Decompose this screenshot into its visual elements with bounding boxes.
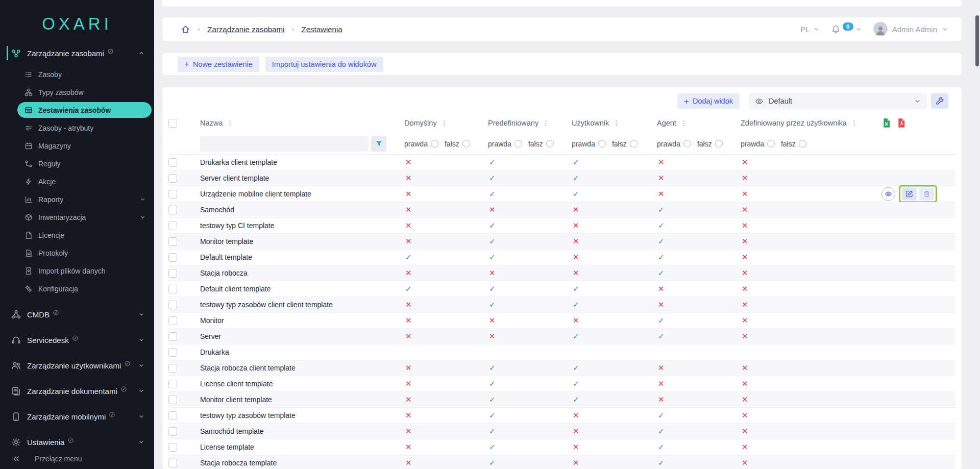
- kebab-icon[interactable]: [226, 119, 234, 127]
- row-checkbox[interactable]: [168, 174, 177, 183]
- row-checkbox[interactable]: [168, 396, 177, 404]
- filter-true-radio[interactable]: [598, 140, 606, 147]
- column-header[interactable]: Użytkownik: [572, 119, 609, 127]
- kebab-icon[interactable]: [542, 119, 550, 127]
- table-row[interactable]: Stacja robocza template✕✓✕✓✕: [168, 455, 955, 469]
- scrollbar[interactable]: [975, 0, 980, 469]
- row-checkbox[interactable]: [168, 443, 177, 452]
- column-header[interactable]: Agent: [657, 119, 676, 127]
- column-header[interactable]: Nazwa: [200, 119, 223, 127]
- row-checkbox[interactable]: [168, 364, 177, 373]
- table-row[interactable]: License template✕✓✕✓✕: [168, 439, 955, 455]
- row-checkbox[interactable]: [168, 380, 177, 388]
- sidebar-item-zasoby-atrybuty[interactable]: Zasoby - atrybuty: [0, 119, 154, 137]
- sidebar-item-reguly[interactable]: Reguły: [0, 155, 154, 172]
- sidebar-item-licencje[interactable]: Licencje: [0, 226, 154, 244]
- delete-row-button[interactable]: [919, 188, 934, 201]
- row-checkbox[interactable]: [168, 221, 177, 230]
- sidebar-item-zestawienia-zasobow[interactable]: Zestawienia zasobów: [17, 102, 152, 118]
- sidebar-item-protokoly[interactable]: Protokoły: [0, 244, 154, 262]
- table-row[interactable]: Stacja robocza✕✕✕✓✕: [168, 265, 955, 281]
- table-row[interactable]: Monitor client template✕✓✓✕✕: [168, 392, 955, 408]
- row-checkbox[interactable]: [168, 301, 177, 309]
- table-row[interactable]: Samochód template✕✓✕✓✕: [168, 424, 955, 439]
- row-checkbox[interactable]: [168, 427, 177, 436]
- language-selector[interactable]: PL: [800, 25, 819, 34]
- sidebar-item-import-plikow-danych[interactable]: Import plików danych: [0, 262, 154, 280]
- row-checkbox[interactable]: [168, 459, 177, 467]
- kebab-icon[interactable]: [440, 119, 448, 127]
- row-checkbox[interactable]: [168, 269, 177, 278]
- view-selector[interactable]: Default: [749, 93, 927, 109]
- row-checkbox[interactable]: [168, 348, 177, 357]
- user-menu[interactable]: Admin Admin: [873, 22, 948, 36]
- table-row[interactable]: testowy typ CI template✕✓✕✓✕: [168, 218, 955, 234]
- row-checkbox[interactable]: [168, 158, 177, 167]
- home-icon[interactable]: [181, 24, 190, 34]
- table-row[interactable]: Drukarka client template✕✓✓✕✕: [168, 155, 955, 170]
- column-header[interactable]: Zdefiniowany przez użytkownika: [741, 119, 847, 127]
- kebab-icon[interactable]: [680, 119, 688, 127]
- app-logo[interactable]: OXARI: [0, 0, 154, 42]
- sidebar-item-magazyny[interactable]: Magazyny: [0, 137, 154, 155]
- table-row[interactable]: testowy typ zasobów client client templa…: [168, 297, 955, 313]
- table-row[interactable]: Monitor template✕✓✕✓✕: [168, 234, 955, 250]
- filter-false-radio[interactable]: [799, 140, 806, 147]
- filter-true-radio[interactable]: [683, 140, 691, 147]
- sidebar-group-zarzadzanie-uzytkownikami[interactable]: Zarządzanie użytkownikami: [0, 353, 154, 378]
- sidebar-group-zarzadzanie-mobilnymi[interactable]: Zarządzanie mobilnymi: [0, 404, 154, 429]
- sidebar-group-zarzadzanie-dokumentami[interactable]: Zarządzanie dokumentami: [0, 378, 154, 404]
- view-row-button[interactable]: [881, 187, 895, 201]
- select-all-checkbox[interactable]: [168, 119, 177, 128]
- filter-false-radio[interactable]: [630, 140, 638, 147]
- filter-true-radio[interactable]: [767, 140, 775, 147]
- table-row[interactable]: Server client template✕✓✓✕✕: [168, 170, 955, 186]
- view-settings-button[interactable]: [931, 93, 948, 109]
- sidebar-item-inwentaryzacja[interactable]: Inwentaryzacja: [0, 208, 154, 226]
- pdf-export-icon[interactable]: [896, 118, 906, 128]
- sidebar-item-akcje[interactable]: Akcje: [0, 172, 154, 190]
- menu-toggle[interactable]: Przełącz menu: [0, 450, 154, 468]
- row-checkbox[interactable]: [168, 285, 177, 293]
- filter-false-radio[interactable]: [546, 140, 554, 147]
- row-checkbox[interactable]: [168, 206, 177, 214]
- sidebar-group-zarzadzanie-zasobami[interactable]: Zarządzanie zasobami: [0, 42, 154, 64]
- sidebar-group-servicedesk[interactable]: Servicedesk: [0, 327, 154, 353]
- table-row[interactable]: Stacja robocza client template✕✓✓✕✕: [168, 360, 955, 376]
- excel-export-icon[interactable]: [881, 118, 892, 128]
- table-row[interactable]: Default client template✓✓✓✕✕: [168, 281, 955, 297]
- add-view-button[interactable]: + Dodaj widok: [677, 93, 740, 109]
- table-row[interactable]: Urządzenie mobilne client template✕✓✓✕✕: [168, 186, 955, 202]
- sidebar-item-raporty[interactable]: Raporty: [0, 190, 154, 208]
- table-row[interactable]: License client template✕✓✓✕✕: [168, 376, 955, 392]
- sidebar-item-typy-zasobow[interactable]: Typy zasobów: [0, 83, 154, 101]
- filter-false-radio[interactable]: [462, 140, 470, 147]
- name-filter-input[interactable]: [200, 136, 369, 152]
- column-header[interactable]: Predefiniowany: [488, 119, 538, 127]
- table-row[interactable]: Server✕✕✓✓✕: [168, 329, 955, 344]
- filter-button[interactable]: [371, 136, 386, 152]
- filter-true-radio[interactable]: [514, 140, 522, 147]
- kebab-icon[interactable]: [850, 119, 858, 127]
- row-checkbox[interactable]: [168, 253, 177, 262]
- kebab-icon[interactable]: [612, 119, 620, 127]
- table-row[interactable]: Drukarka: [168, 344, 955, 360]
- table-row[interactable]: Monitor✕✕✕✓✕: [168, 313, 955, 329]
- import-view-settings-button[interactable]: Importuj ustawienia do widoków: [265, 57, 383, 72]
- row-checkbox[interactable]: [168, 316, 177, 325]
- filter-true-radio[interactable]: [431, 140, 438, 147]
- table-row[interactable]: testowy typ zasobów template✕✓✕✓✕: [168, 408, 955, 424]
- breadcrumb-link[interactable]: Zarządzanie zasobami: [207, 25, 284, 34]
- table-row[interactable]: Default template✓✓✕✓✕: [168, 250, 955, 265]
- row-checkbox[interactable]: [168, 332, 177, 341]
- row-checkbox[interactable]: [168, 237, 177, 246]
- sidebar-item-konfiguracja[interactable]: Konfiguracja: [0, 280, 154, 298]
- breadcrumb-link[interactable]: Zestawienia: [302, 25, 342, 34]
- column-header[interactable]: Domyślny: [404, 119, 437, 127]
- notifications-button[interactable]: 0: [831, 24, 862, 34]
- new-zestawienie-button[interactable]: + Nowe zestawienie: [178, 57, 259, 72]
- sidebar-item-zasoby[interactable]: Zasoby: [0, 65, 154, 83]
- filter-false-radio[interactable]: [715, 140, 723, 147]
- sidebar-group-cmdb[interactable]: CMDB: [0, 302, 154, 327]
- row-checkbox[interactable]: [168, 190, 177, 199]
